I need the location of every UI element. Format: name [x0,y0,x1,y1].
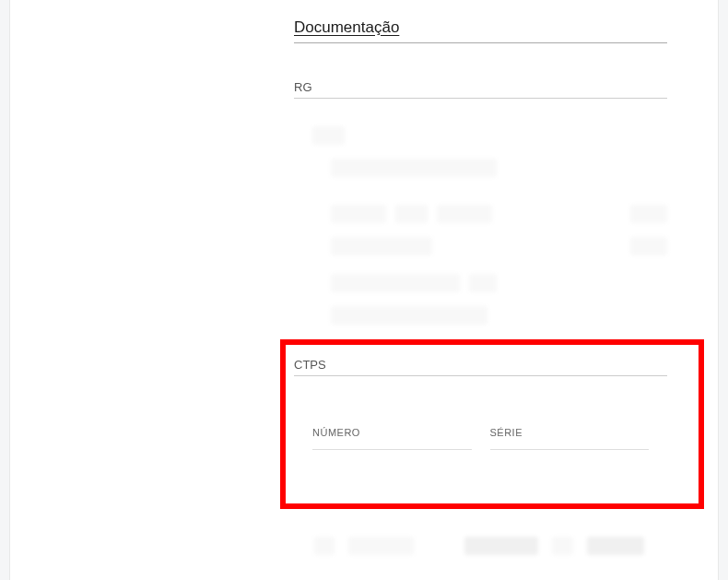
ctps-field-row: NÚMERO SÉRIE [294,427,667,450]
blur-placeholder [331,159,497,177]
form-container: Documentação RG [9,0,719,580]
blur-placeholder [331,205,386,223]
form-content: Documentação RG [294,18,667,325]
blur-placeholder [464,537,538,555]
section-title-documentacao: Documentação [294,18,667,43]
field-serie[interactable]: SÉRIE [490,427,650,450]
bottom-blurred-area [314,537,644,555]
subsection-rg: RG [294,80,667,99]
field-label-numero: NÚMERO [312,427,472,450]
blur-placeholder [314,537,335,555]
blur-placeholder [587,537,644,555]
blur-placeholder [331,237,432,255]
ctps-section: CTPS NÚMERO SÉRIE [294,358,667,450]
blur-placeholder [348,537,414,555]
field-numero[interactable]: NÚMERO [312,427,472,450]
subsection-ctps: CTPS [294,358,667,376]
blur-placeholder [552,537,572,555]
blur-placeholder [630,205,667,223]
rg-fields-blurred [312,126,667,325]
blur-placeholder [395,205,428,223]
blur-placeholder [331,306,487,325]
blur-placeholder [469,274,497,292]
blur-placeholder [312,126,345,145]
blur-placeholder [437,205,492,223]
field-label-serie: SÉRIE [490,427,650,450]
blur-placeholder [630,237,667,255]
blur-placeholder [331,274,460,292]
